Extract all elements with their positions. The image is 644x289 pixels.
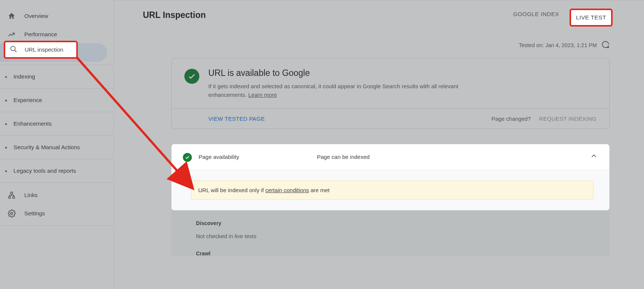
status-actions: VIEW TESTED PAGE Page changed? REQUEST I… (172, 109, 609, 129)
search-icon (9, 45, 18, 55)
svg-rect-1 (10, 192, 13, 194)
sidebar-group-label: Indexing (13, 73, 35, 80)
availability-state: Page can be indexed (317, 154, 583, 160)
learn-more-link[interactable]: Learn more (248, 92, 277, 98)
sidebar-item-label: Links (24, 192, 38, 199)
svg-rect-2 (9, 196, 11, 198)
sidebar-item-label: Overview (24, 13, 48, 19)
sidebar-group-experience[interactable]: ▸ Experience (0, 92, 114, 109)
page-changed-label: Page changed? (491, 116, 531, 122)
highlight-url-inspection: URL inspection (4, 41, 78, 59)
certain-conditions-link[interactable]: certain conditions (266, 187, 309, 193)
sidebar-item-settings[interactable]: Settings (0, 204, 114, 222)
crawl-heading: Crawl (196, 250, 610, 256)
sidebar-group-label: Experience (13, 97, 42, 104)
divider (0, 182, 114, 183)
check-icon (184, 69, 199, 84)
check-icon (183, 153, 192, 162)
sidebar-item-overview[interactable]: Overview (0, 7, 114, 25)
home-icon (7, 12, 16, 20)
caret-right-icon: ▸ (5, 168, 9, 173)
svg-point-4 (10, 212, 13, 215)
request-indexing-button[interactable]: REQUEST INDEXING (539, 116, 597, 122)
sitemap-icon (7, 191, 16, 199)
sidebar-group-security[interactable]: ▸ Security & Manual Actions (0, 139, 114, 156)
availability-row[interactable]: Page availability Page can be indexed (172, 144, 609, 170)
refresh-button[interactable] (601, 40, 610, 50)
availability-card: Page availability Page can be indexed UR… (171, 144, 610, 210)
header: URL Inspection GOOGLE INDEX LIVE TEST (114, 0, 644, 29)
details-section: Discovery Not checked in live tests Craw… (171, 210, 610, 256)
status-title: URL is available to Google (208, 68, 478, 78)
caret-right-icon: ▸ (5, 74, 9, 79)
notice-area: URL will be indexed only if certain cond… (172, 170, 609, 210)
divider (0, 225, 114, 226)
status-card: URL is available to Google If it gets in… (171, 58, 610, 129)
caret-right-icon: ▸ (5, 98, 9, 103)
tested-on-label: Tested on: Jan 4, 2023, 1:21 PM (519, 42, 597, 48)
sidebar-group-legacy[interactable]: ▸ Legacy tools and reports (0, 162, 114, 179)
status-summary: URL is available to Google If it gets in… (172, 58, 609, 109)
divider (0, 135, 114, 136)
status-description: If it gets indexed and selected as canon… (208, 82, 478, 99)
availability-section-label: Page availability (199, 154, 239, 160)
gear-icon (7, 209, 16, 218)
caret-right-icon: ▸ (5, 121, 9, 126)
tested-on-row: Tested on: Jan 4, 2023, 1:21 PM (114, 29, 644, 56)
sidebar-group-label: Legacy tools and reports (13, 167, 76, 174)
divider (0, 159, 114, 159)
trend-icon (7, 30, 16, 39)
view-tested-page-button[interactable]: VIEW TESTED PAGE (208, 116, 265, 122)
highlight-label: URL inspection (25, 46, 63, 53)
divider (0, 65, 114, 65)
divider (0, 88, 114, 89)
sidebar-item-label: Performance (24, 31, 57, 38)
discovery-heading: Discovery (196, 220, 610, 226)
discovery-value: Not checked in live tests (196, 233, 610, 239)
main-content: URL Inspection GOOGLE INDEX LIVE TEST Te… (114, 0, 644, 289)
highlight-live-test: LIVE TEST (570, 9, 613, 27)
caret-right-icon: ▸ (5, 145, 9, 150)
tab-google-index[interactable]: GOOGLE INDEX (513, 11, 559, 20)
sidebar-item-links[interactable]: Links (0, 186, 114, 204)
highlight-label: LIVE TEST (576, 14, 606, 21)
divider (0, 112, 114, 112)
chevron-up-icon (590, 152, 598, 162)
index-conditions-notice: URL will be indexed only if certain cond… (191, 181, 594, 200)
sidebar-group-label: Security & Manual Actions (13, 144, 80, 151)
page-title: URL Inspection (143, 10, 206, 20)
svg-point-5 (11, 46, 15, 51)
sidebar-item-label: Settings (24, 210, 45, 217)
sidebar-group-indexing[interactable]: ▸ Indexing (0, 68, 114, 85)
sidebar-group-enhancements[interactable]: ▸ Enhancements (0, 115, 114, 132)
svg-rect-3 (13, 196, 15, 198)
sidebar-group-label: Enhancements (13, 120, 52, 127)
